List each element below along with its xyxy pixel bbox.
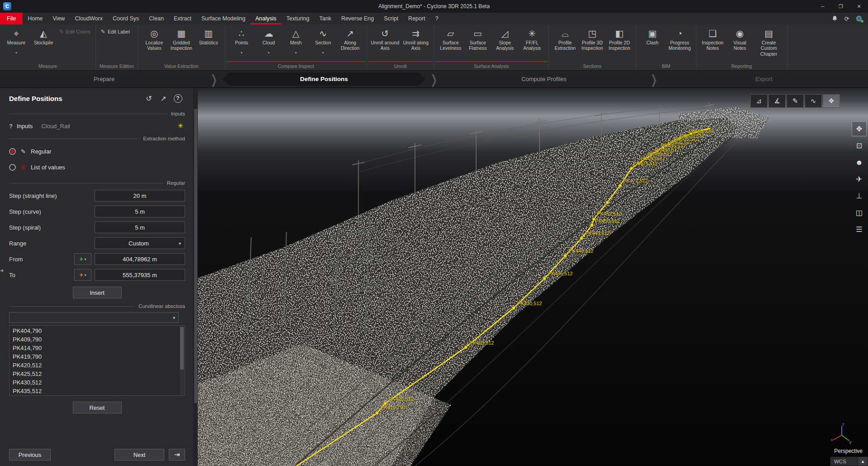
display-options-icon[interactable]: ☰ (852, 222, 867, 237)
ribbon-item-slope-analysis[interactable]: ◿ Slope Analysis (491, 26, 519, 51)
step-straight-line-field[interactable] (95, 190, 185, 202)
ribbon-item-mesh[interactable]: △ Mesh ▾ (282, 26, 310, 55)
workflow-step-define-positions[interactable]: Define Positions (220, 71, 428, 87)
menu-help[interactable]: ? (430, 13, 444, 24)
list-scrollbar[interactable] (180, 326, 184, 395)
radio-list-of-values[interactable]: ☰ List of values (9, 164, 185, 171)
menu-script[interactable]: Script (379, 13, 403, 24)
ribbon-item-inspection-notes[interactable]: ❏ Inspection Notes (699, 26, 726, 51)
menu-analysis[interactable]: Analysis (250, 13, 281, 24)
ribbon-item-stockpile[interactable]: ◭ Stockpile (30, 26, 57, 51)
measure-distance-icon[interactable]: ⊿ (750, 94, 768, 108)
notifications-bell-icon[interactable] (831, 15, 838, 22)
ribbon-item-clash[interactable]: ▣ Clash (639, 26, 666, 51)
menu-clean[interactable]: Clean (144, 13, 169, 24)
projection-mode-label[interactable]: Perspective (834, 448, 863, 454)
panel-collapse-arrow-icon[interactable]: ◀ (0, 268, 3, 273)
abscissa-combo[interactable]: ▾ (9, 312, 179, 323)
menu-tank[interactable]: Tank (314, 13, 336, 24)
maximize-button[interactable]: ❐ (832, 0, 850, 13)
menu-surface-modeling[interactable]: Surface Modeling (196, 13, 250, 24)
abscissa-list[interactable]: PK404,790 PK409,790 PK414,790 PK419,790 … (9, 325, 185, 396)
menu-file[interactable]: File (0, 13, 23, 24)
ribbon-item-gridded-inspection[interactable]: ▦ Gridded Inspection (168, 26, 195, 51)
panel-scrollbar[interactable] (193, 88, 198, 466)
exit-workflow-button[interactable]: ⇥ (169, 449, 185, 461)
pan-icon[interactable]: ✥ (852, 121, 867, 136)
ribbon-item-localize-values[interactable]: ◎ Localize Values (141, 26, 168, 51)
level-view-icon[interactable]: ⊥ (852, 188, 867, 203)
menu-reverse-eng[interactable]: Reverse Eng (336, 13, 379, 24)
list-item[interactable]: PK420,512 (10, 361, 185, 370)
from-point-picker[interactable]: + ▾ (74, 253, 91, 265)
list-item[interactable]: PK430,512 (10, 378, 185, 387)
menu-view[interactable]: View (48, 13, 70, 24)
radio-button[interactable] (9, 164, 16, 171)
ribbon-item-unroll-around-axis[interactable]: ↺ Unroll around Axis (370, 26, 401, 51)
reset-button[interactable]: Reset (73, 402, 122, 413)
insert-button[interactable]: Insert (73, 287, 122, 298)
ribbon-item-visual-notes[interactable]: ◉ Visual Notes (726, 26, 754, 51)
minimize-button[interactable]: ─ (814, 0, 832, 13)
profile-measure-icon[interactable]: ∿ (805, 94, 822, 108)
ribbon-item-surface-levelness[interactable]: ▱ Surface Levelness (437, 26, 464, 51)
ribbon-item-create-custom-chapter[interactable]: ▤ Create Custom Chapter (754, 26, 784, 57)
range-select[interactable]: Custom ▾ (95, 237, 185, 249)
online-globe-icon[interactable] (855, 15, 863, 22)
list-item[interactable]: PK414,790 (10, 344, 185, 352)
ribbon-item-section[interactable]: ∿ Section ▾ (310, 26, 337, 55)
close-button[interactable]: ✕ (850, 0, 868, 13)
coordinate-system-expand-icon[interactable]: ▲ (858, 457, 868, 466)
highlight-star-icon[interactable]: ✳ (177, 122, 183, 130)
inputs-row[interactable]: ? Inputs Cloud_Rail ✳ (9, 122, 185, 130)
label-tag-icon[interactable]: ❖ (823, 94, 840, 108)
ribbon-item-fffl-analysis[interactable]: ✳ FF/FL Analysis (519, 26, 546, 51)
list-item[interactable]: PK425,512 (10, 370, 185, 378)
measure-angle-icon[interactable]: ∡ (768, 94, 786, 108)
list-item[interactable]: PK409,790 (10, 335, 185, 344)
help-button[interactable]: ? (171, 92, 185, 104)
zoom-fit-icon[interactable]: ⊡ (852, 138, 867, 153)
list-item[interactable]: PK435,512 (10, 387, 185, 395)
viewport-3d[interactable]: PK419,790 PK420,512 PK425,512 PK430,512 … (198, 88, 868, 466)
radio-button-selected[interactable] (9, 148, 16, 155)
scrollbar-thumb[interactable] (194, 109, 197, 404)
ribbon-item-unroll-along-axis[interactable]: ⇉ Unroll along Axis (401, 26, 431, 51)
ribbon-item-profile-2d-inspection[interactable]: ◧ Profile 2D Inspection (606, 26, 633, 51)
step-curve-field[interactable] (95, 206, 185, 217)
cube-view-icon[interactable]: ◫ (852, 205, 867, 220)
menu-texturing[interactable]: Texturing (281, 13, 315, 24)
ribbon-item-progress-monitoring[interactable]: ◔ Progress Monitoring (666, 26, 693, 51)
next-button[interactable]: Next (114, 449, 164, 461)
previous-button[interactable]: Previous (9, 449, 51, 461)
step-spiral-field[interactable] (95, 221, 185, 233)
workflow-step-prepare[interactable]: Prepare (0, 71, 208, 87)
ribbon-item-measure[interactable]: ⌖ Measure ▾ (3, 26, 30, 55)
radio-regular[interactable]: ✎ Regular (9, 148, 185, 155)
ribbon-item-edit-label[interactable]: ✎ Edit Label (99, 26, 132, 35)
sync-icon[interactable]: ⟳ (843, 15, 850, 22)
reset-view-button[interactable]: ↺ (142, 92, 156, 104)
list-item[interactable]: PK419,790 (10, 352, 185, 361)
workflow-step-compute-profiles[interactable]: Compute Profiles (440, 71, 648, 87)
menu-home[interactable]: Home (23, 13, 48, 24)
from-field[interactable] (95, 253, 185, 265)
menu-report[interactable]: Report (403, 13, 430, 24)
ribbon-item-points[interactable]: ∴ Points ▾ (228, 26, 255, 55)
ribbon-item-profile-3d-inspection[interactable]: ◳ Profile 3D Inspection (579, 26, 606, 51)
ribbon-item-surface-flatness[interactable]: ▭ Surface Flatness (464, 26, 491, 51)
ribbon-item-statistics[interactable]: ▥ Statistics (195, 26, 222, 51)
annotate-icon[interactable]: ✎ (787, 94, 804, 108)
to-field[interactable] (95, 269, 185, 281)
viewpoint-icon[interactable]: ☻ (852, 155, 867, 170)
menu-cloudworx[interactable]: CloudWorx (70, 13, 108, 24)
coordinate-system-bar[interactable]: WCS ▲ (830, 456, 868, 466)
to-point-picker[interactable]: + ▾ (74, 269, 91, 281)
ribbon-item-along-direction[interactable]: ↗ Along Direction (337, 26, 364, 51)
list-item[interactable]: PK404,790 (10, 327, 185, 335)
menu-coord-sys[interactable]: Coord Sys (108, 13, 144, 24)
fly-mode-icon[interactable]: ✈ (852, 172, 867, 187)
ribbon-item-profile-extraction[interactable]: ⌓ Profile Extraction (552, 26, 579, 51)
workflow-step-export[interactable]: Export (660, 71, 868, 87)
open-external-button[interactable]: ↗ (156, 92, 171, 104)
